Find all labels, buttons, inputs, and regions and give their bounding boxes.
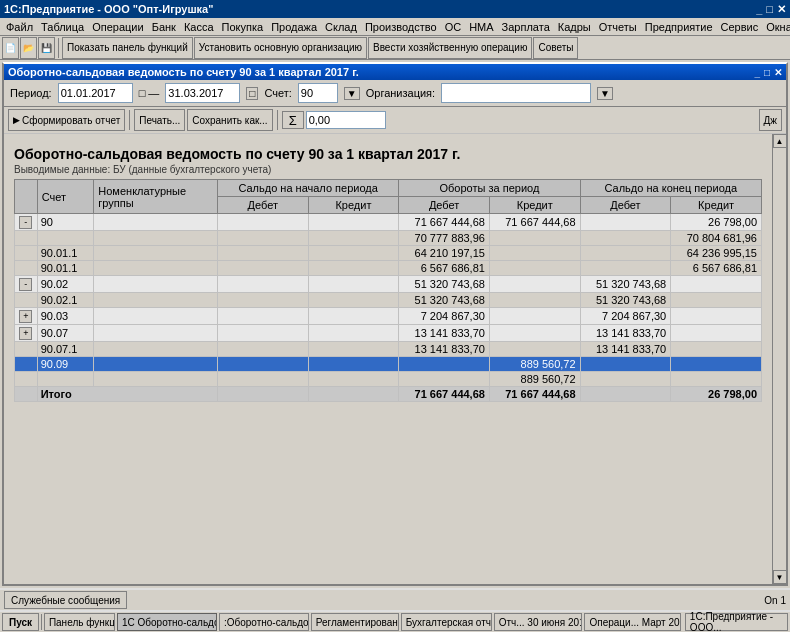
taskbar-oborotno1[interactable]: 1С Оборотно-сальдовая [117,613,217,631]
save-btn[interactable]: 💾 [38,37,55,59]
period-label: Период: [10,87,52,99]
enter-operation-btn[interactable]: Ввести хозяйственную операцию [368,37,532,59]
cell-close-debit: 51 320 743,68 [580,293,671,308]
table-row[interactable]: - 9071 667 444,6871 667 444,6826 798,00 [15,214,762,231]
menu-cash[interactable]: Касса [180,19,218,35]
enter-op-label: Ввести хозяйственную операцию [373,42,527,53]
dj-btn[interactable]: Дж [759,109,782,131]
menu-reports[interactable]: Отчеты [595,19,641,35]
cell-account: 90.01.1 [37,261,94,276]
org-select-icon[interactable]: ▼ [597,87,613,100]
taskbar-oborotno2[interactable]: :Оборотно-сальдовая [219,613,309,631]
service-messages-label: Служебные сообщения [11,595,120,606]
expand-btn[interactable]: + [19,327,32,340]
expand-cell[interactable]: + [15,325,38,342]
account-input[interactable] [298,83,338,103]
cell-close-credit [671,342,762,357]
table-row[interactable]: 889 560,72 [15,372,762,387]
expand-btn[interactable]: - [19,216,32,229]
cell-account: 90 [37,214,94,231]
taskbar-reglament[interactable]: Регламентированная [311,613,399,631]
maximize-btn[interactable]: □ [766,3,773,15]
th-turn-period: Обороты за период [399,180,580,197]
table-row[interactable]: + 90.0713 141 833,7013 141 833,70 [15,325,762,342]
cell-open-credit [308,372,399,387]
report-title: Оборотно-сальдовая ведомость по счету 90… [14,146,762,162]
generate-report-btn[interactable]: ▶ Сформировать отчет [8,109,125,131]
menu-os[interactable]: ОС [441,19,466,35]
table-row[interactable]: 90.02.151 320 743,6851 320 743,68 [15,293,762,308]
panel-functions-btn[interactable]: Показать панель функций [62,37,193,59]
expand-cell[interactable]: - [15,214,38,231]
cell-name [94,214,218,231]
cell-name [94,246,218,261]
menu-enterprise[interactable]: Предприятие [641,19,717,35]
menu-table[interactable]: Таблица [37,19,88,35]
th-close-credit: Кредит [671,197,762,214]
table-row[interactable]: + 90.037 204 867,307 204 867,30 [15,308,762,325]
menu-bank[interactable]: Банк [148,19,180,35]
menu-purchase[interactable]: Покупка [218,19,268,35]
menu-sales[interactable]: Продажа [267,19,321,35]
inner-maximize-btn[interactable]: □ [764,67,770,78]
total-label: Итого [37,387,217,402]
table-row[interactable]: - 90.0251 320 743,6851 320 743,68 [15,276,762,293]
menu-staff[interactable]: Кадры [554,19,595,35]
generate-icon: ▶ [13,115,20,125]
scroll-up-btn[interactable]: ▲ [773,134,787,148]
cell-turn-credit: 889 560,72 [489,357,580,372]
set-org-btn[interactable]: Установить основную организацию [194,37,367,59]
vertical-scrollbar[interactable]: ▲ ▼ [772,134,786,584]
taskbar-panel[interactable]: Панель функций [44,613,115,631]
date-to-input[interactable] [165,83,240,103]
taskbar-oper-march[interactable]: Операци... Март 2017 г. [584,613,680,631]
toolbar-main: 📄 📂 💾 Показать панель функций Установить… [0,36,790,60]
menu-operations[interactable]: Операции [88,19,147,35]
service-messages-btn[interactable]: Служебные сообщения [4,591,127,609]
cell-open-debit [217,308,308,325]
close-btn[interactable]: ✕ [777,3,786,16]
menu-windows[interactable]: Окна [762,19,790,35]
expand-cell[interactable]: - [15,276,38,293]
cell-name [94,357,218,372]
new-btn[interactable]: 📄 [2,37,19,59]
menu-warehouse[interactable]: Склад [321,19,361,35]
menu-nma[interactable]: НМА [465,19,497,35]
taskbar-buh-otchet[interactable]: Бухгалтерская отчет... [401,613,492,631]
inner-minimize-btn[interactable]: _ [754,67,760,78]
cell-turn-debit [399,357,490,372]
account-select-icon[interactable]: ▼ [344,87,360,100]
start-button[interactable]: Пуск [2,613,39,631]
expand-btn[interactable]: - [19,278,32,291]
expand-cell[interactable]: + [15,308,38,325]
cell-turn-credit [489,261,580,276]
table-row[interactable]: 70 777 883,9670 804 681,96 [15,231,762,246]
menu-production[interactable]: Производство [361,19,441,35]
cell-open-credit [308,293,399,308]
table-row[interactable]: 90.01.164 210 197,1564 236 995,15 [15,246,762,261]
menu-service[interactable]: Сервис [717,19,763,35]
sigma-btn[interactable]: Σ [282,111,304,129]
scroll-down-btn[interactable]: ▼ [773,570,787,584]
sum-field[interactable] [306,111,386,129]
table-row[interactable]: 90.09889 560,72 [15,357,762,372]
minimize-btn[interactable]: _ [756,3,762,15]
inner-close-btn[interactable]: ✕ [774,67,782,78]
menu-file[interactable]: Файл [2,19,37,35]
report-scroll-area: Оборотно-сальдовая ведомость по счету 90… [4,134,772,584]
open-btn[interactable]: 📂 [20,37,37,59]
cell-open-debit [217,325,308,342]
table-row[interactable]: 90.01.16 567 686,816 567 686,81 [15,261,762,276]
inner-window: Оборотно-сальдовая ведомость по счету 90… [2,62,788,586]
taskbar-otch-june[interactable]: Отч... 30 июня 2017 г. [494,613,583,631]
date-cal-icon[interactable]: □ [246,87,258,100]
title-bar-text: 1С:Предприятие - ООО "Опт-Игрушка" [4,3,213,15]
table-row[interactable]: 90.07.113 141 833,7013 141 833,70 [15,342,762,357]
save-as-btn[interactable]: Сохранить как... [187,109,272,131]
tips-btn[interactable]: Советы [533,37,578,59]
org-input[interactable] [441,83,591,103]
print-btn[interactable]: Печать... [134,109,185,131]
expand-btn[interactable]: + [19,310,32,323]
menu-salary[interactable]: Зарплата [498,19,554,35]
date-from-input[interactable] [58,83,133,103]
